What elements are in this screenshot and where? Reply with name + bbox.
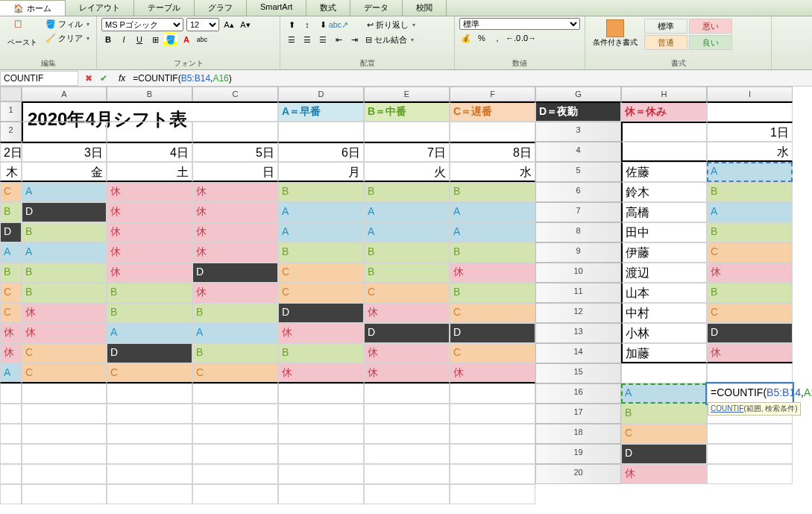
shift-cell[interactable]: B (192, 343, 278, 363)
shift-cell[interactable]: D (0, 222, 22, 242)
cell[interactable] (192, 122, 278, 142)
shift-cell[interactable]: B (22, 222, 107, 242)
date-cell[interactable]: 6日 (278, 142, 364, 162)
cell[interactable] (107, 383, 192, 404)
row-header[interactable]: 19 (535, 444, 621, 464)
cell[interactable] (278, 464, 364, 484)
cell[interactable] (107, 424, 192, 444)
row-header[interactable]: 20 (535, 464, 621, 484)
shift-cell[interactable]: C (707, 242, 793, 263)
cell[interactable] (278, 404, 364, 424)
font-color-button[interactable]: A (180, 33, 193, 46)
cell[interactable] (450, 122, 535, 142)
style-neutral[interactable]: 普通 (644, 35, 687, 50)
shift-cell[interactable]: 休 (192, 222, 278, 242)
cell[interactable] (364, 464, 450, 484)
dec-inc-button[interactable]: ←.0 (506, 31, 520, 45)
row-header[interactable]: 12 (535, 303, 621, 323)
font-size-select[interactable]: 12 (186, 18, 219, 31)
cell[interactable] (107, 444, 192, 464)
shift-cell[interactable]: D (278, 303, 364, 323)
shift-cell[interactable]: C (107, 363, 192, 383)
shift-cell[interactable]: B (450, 182, 535, 202)
conditional-format-button[interactable]: 条件付き書式 (590, 18, 641, 49)
font-name-select[interactable]: MS Pゴシック (101, 18, 183, 31)
select-all-corner[interactable] (0, 87, 22, 101)
dow-cell[interactable]: 水 (450, 162, 535, 182)
style-good[interactable]: 良い (689, 35, 732, 50)
cell[interactable] (192, 424, 278, 444)
shift-cell[interactable]: B (450, 283, 535, 303)
summary-label[interactable]: C (621, 424, 707, 444)
cell[interactable] (278, 383, 364, 404)
tab-data[interactable]: データ (350, 0, 403, 16)
dow-cell[interactable]: 金 (22, 162, 107, 182)
shift-cell[interactable]: 休 (192, 283, 278, 303)
shift-cell[interactable]: A (707, 202, 793, 222)
shift-cell[interactable]: 休 (192, 182, 278, 202)
shift-cell[interactable]: B (707, 182, 793, 202)
date-cell[interactable]: 7日 (364, 142, 450, 162)
shift-cell[interactable]: A (192, 323, 278, 343)
name-cell[interactable]: 小林 (621, 323, 707, 343)
cell[interactable] (192, 444, 278, 464)
shift-cell[interactable]: B (364, 263, 450, 283)
bold-button[interactable]: B (101, 33, 115, 46)
shift-cell[interactable]: C (0, 303, 22, 323)
shift-cell[interactable]: 休 (0, 323, 22, 343)
cell[interactable] (278, 484, 364, 504)
cell[interactable] (192, 484, 278, 504)
row-header[interactable]: 1 (0, 101, 22, 122)
row-header[interactable]: 8 (535, 222, 621, 242)
shift-cell[interactable]: 休 (22, 303, 107, 323)
shift-cell[interactable]: A (364, 202, 450, 222)
name-cell[interactable]: 伊藤 (621, 242, 707, 263)
ruby-button[interactable]: abc (195, 33, 209, 46)
cell[interactable] (192, 404, 278, 424)
row-header[interactable]: 6 (535, 182, 621, 202)
cell[interactable] (0, 404, 22, 424)
tab-review[interactable]: 校閲 (403, 0, 447, 16)
align-right-button[interactable]: ☰ (316, 33, 330, 46)
tab-chart[interactable]: グラフ (195, 0, 247, 16)
fill-button[interactable]: 🪣フィル▾ (43, 18, 92, 31)
cell[interactable] (107, 404, 192, 424)
name-cell[interactable]: 渡辺 (621, 263, 707, 283)
underline-button[interactable]: U (133, 33, 146, 46)
shift-cell[interactable]: A (707, 162, 793, 182)
tab-smartart[interactable]: SmartArt (247, 0, 306, 16)
shift-cell[interactable]: B (707, 283, 793, 303)
row-header[interactable]: 9 (535, 242, 621, 263)
cell[interactable] (364, 122, 450, 142)
shift-cell[interactable]: 休 (107, 263, 192, 283)
cell[interactable] (621, 122, 707, 142)
shift-cell[interactable]: A (364, 222, 450, 242)
shift-cell[interactable]: C (278, 263, 364, 283)
cell[interactable] (22, 122, 107, 142)
shift-cell[interactable]: D (364, 323, 450, 343)
shift-cell[interactable]: D (450, 323, 535, 343)
cell[interactable] (22, 484, 107, 504)
dow-cell[interactable]: 土 (107, 162, 192, 182)
shift-cell[interactable]: B (278, 343, 364, 363)
date-cell[interactable]: 8日 (450, 142, 535, 162)
summary-label[interactable]: D (621, 444, 707, 464)
row-header[interactable]: 15 (535, 363, 621, 383)
shift-cell[interactable]: B (278, 242, 364, 263)
shift-cell[interactable]: A (450, 222, 535, 242)
shift-cell[interactable]: 休 (22, 323, 107, 343)
shift-cell[interactable]: D (22, 202, 107, 222)
cell[interactable] (22, 404, 107, 424)
cell[interactable] (0, 444, 22, 464)
summary-label[interactable]: A (621, 383, 707, 404)
date-cell[interactable]: 5日 (192, 142, 278, 162)
row-header[interactable]: 2 (0, 122, 22, 142)
shift-cell[interactable]: B (278, 182, 364, 202)
shrink-font-button[interactable]: A▾ (239, 18, 252, 31)
shift-cell[interactable]: B (192, 303, 278, 323)
shift-cell[interactable]: 休 (107, 182, 192, 202)
italic-button[interactable]: I (117, 33, 130, 46)
percent-button[interactable]: % (475, 31, 488, 45)
date-cell[interactable]: 3日 (22, 142, 107, 162)
currency-button[interactable]: 💰 (459, 31, 473, 45)
